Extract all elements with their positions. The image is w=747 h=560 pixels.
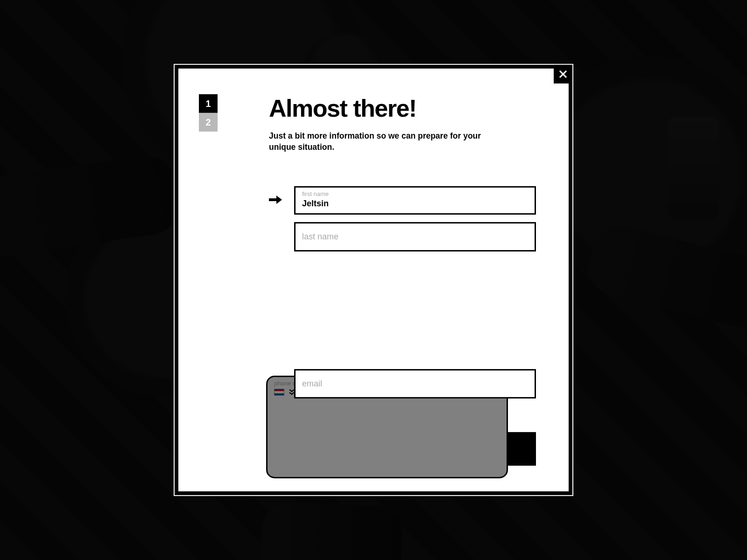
email-field[interactable]: [294, 369, 536, 399]
close-icon: [559, 70, 567, 78]
form: first name phone number: [269, 186, 536, 399]
page-subtitle: Just a bit more information so we can pr…: [269, 131, 484, 153]
arrow-right-icon: [269, 195, 282, 205]
last-name-input[interactable]: [296, 224, 535, 250]
email-input[interactable]: [296, 371, 535, 397]
step-2[interactable]: 2: [199, 113, 218, 132]
last-name-field[interactable]: [294, 222, 536, 252]
page-title: Almost there!: [269, 94, 536, 122]
first-name-label: first name: [302, 190, 329, 197]
flag-netherlands-icon[interactable]: [274, 389, 284, 396]
close-button[interactable]: [554, 65, 572, 84]
step-indicator: 1 2: [199, 94, 218, 132]
onboarding-card: 1 2 Almost there! Just a bit more inform…: [175, 65, 572, 495]
first-name-input[interactable]: [296, 188, 535, 213]
step-1[interactable]: 1: [199, 94, 218, 113]
first-name-field[interactable]: first name: [294, 186, 536, 215]
